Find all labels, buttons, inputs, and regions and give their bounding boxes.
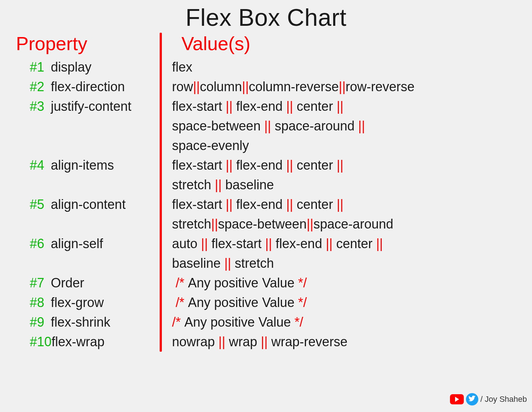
column-headers: Property Value(s) xyxy=(15,33,517,54)
separator: || xyxy=(337,155,344,175)
separator: || xyxy=(242,77,249,97)
row-index: #7 xyxy=(30,273,51,293)
separator: || xyxy=(339,77,346,97)
separator: || xyxy=(226,97,233,116)
value-cell: row||column||column-reverse||row-reverse xyxy=(172,77,517,97)
property-name: align-content xyxy=(51,195,126,214)
row-index: #10 xyxy=(30,332,52,352)
chart-container: Flex Box Chart Property Value(s) #1displ… xyxy=(0,0,532,359)
value-cell: nowrap || wrap || wrap-reverse xyxy=(172,332,517,352)
value-cell: /* Any positive Value */ xyxy=(172,312,517,332)
separator: || xyxy=(215,175,222,195)
value-cell: /* Any positive Value */ xyxy=(172,293,517,312)
separator: || xyxy=(193,77,200,97)
separator: || xyxy=(337,195,344,214)
credit-name: Joy Shaheb xyxy=(485,395,527,404)
separator: || xyxy=(358,116,365,136)
property-name: Order xyxy=(51,273,84,293)
separator: || xyxy=(264,116,271,136)
separator: || xyxy=(286,195,293,214)
table: #1display #2flex-direction #3justify-con… xyxy=(15,57,517,352)
separator: || xyxy=(376,234,383,254)
property-name: flex-wrap xyxy=(52,332,105,352)
separator: || xyxy=(326,234,333,254)
property-name: flex-shrink xyxy=(51,312,110,332)
separator: || xyxy=(201,234,208,254)
separator: || xyxy=(265,234,272,254)
page-title: Flex Box Chart xyxy=(15,4,517,31)
youtube-icon[interactable] xyxy=(450,394,464,404)
row-index: #9 xyxy=(30,312,51,332)
separator: || xyxy=(224,254,231,273)
property-name: align-items xyxy=(51,155,114,175)
credit-slash: / xyxy=(480,395,483,404)
row-index: #3 xyxy=(30,97,51,116)
comment-open: /* xyxy=(172,312,181,332)
row-index: #1 xyxy=(30,57,51,77)
value-cell: flex xyxy=(172,57,517,77)
twitter-icon[interactable] xyxy=(466,393,478,405)
comment-close: */ xyxy=(298,273,307,293)
row-index: #6 xyxy=(30,234,51,254)
separator: || xyxy=(226,195,233,214)
row-index: #4 xyxy=(30,155,51,175)
value-cell: flex-start || flex-end || center || xyxy=(172,195,517,214)
value-cell-cont: stretch||space-between||space-around xyxy=(172,214,517,234)
header-values: Value(s) xyxy=(160,33,517,54)
row-index: #2 xyxy=(30,77,51,97)
separator: || xyxy=(307,214,314,234)
value-cell-cont: space-between || space-around || xyxy=(172,116,517,136)
property-name: flex-direction xyxy=(51,77,125,97)
separator: || xyxy=(286,97,293,116)
comment-open: /* xyxy=(176,293,184,312)
value-cell: flex-start || flex-end || center || xyxy=(172,97,517,116)
property-name: flex-grow xyxy=(51,293,104,312)
value-cell-cont: baseline || stretch xyxy=(172,254,517,273)
property-name: align-self xyxy=(51,234,103,254)
column-property: #1display #2flex-direction #3justify-con… xyxy=(15,57,160,352)
row-index: #5 xyxy=(30,195,51,214)
separator: || xyxy=(286,155,293,175)
separator: || xyxy=(226,155,233,175)
value-cell-cont: space-evenly xyxy=(172,136,517,155)
value-cell: flex-start || flex-end || center || xyxy=(172,155,517,175)
property-name: display xyxy=(51,57,91,77)
comment-close: */ xyxy=(298,293,307,312)
separator: || xyxy=(211,214,218,234)
value-cell: auto || flex-start || flex-end || center… xyxy=(172,234,517,254)
separator: || xyxy=(218,332,225,352)
property-name: justify-content xyxy=(51,97,131,116)
comment-open: /* xyxy=(176,273,184,293)
value-cell-cont: stretch || baseline xyxy=(172,175,517,195)
separator: || xyxy=(261,332,268,352)
separator: || xyxy=(337,97,344,116)
credit-footer: / Joy Shaheb xyxy=(450,393,527,405)
row-index: #8 xyxy=(30,293,51,312)
header-property: Property xyxy=(15,33,160,54)
comment-close: */ xyxy=(295,312,303,332)
value-cell: /* Any positive Value */ xyxy=(172,273,517,293)
column-values: flex row||column||column-reverse||row-re… xyxy=(162,57,517,352)
